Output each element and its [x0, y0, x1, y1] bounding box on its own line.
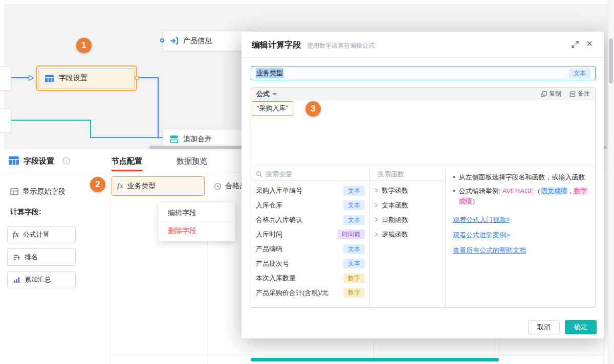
variable-search[interactable] [251, 167, 369, 181]
chevron-right-icon: > [375, 215, 378, 224]
page-vertical-scrollbar[interactable] [609, 38, 613, 83]
variable-item[interactable]: 入库时间 时间戳 [256, 228, 365, 242]
example-paren: （ [534, 187, 541, 195]
type-tag: 数字 [343, 288, 365, 298]
import-arrow-icon [169, 36, 179, 46]
example-function: AVERAGE [502, 187, 534, 195]
edit-calc-field-dialog: 编辑计算字段 使用数学运算符编辑公式 × 业务类型 文本 公式 = 复制 [242, 32, 604, 338]
example-comma: ， [567, 187, 574, 195]
helper-columns: 采购入库单编号 文本 入库仓库 文本 合格品入库确认 文本 入库时间 时间戳 [251, 167, 595, 308]
node-product-info[interactable]: 产品信息 [163, 31, 255, 51]
note-action[interactable]: 备注 [569, 89, 590, 98]
chevron-right-icon: > [375, 201, 378, 210]
variable-item[interactable]: 产品采购价合计(含税)/元 数字 [256, 286, 365, 301]
formula-value-token[interactable]: "采购入库" [252, 101, 293, 116]
function-group-label: 文本函数 [382, 201, 408, 210]
function-group[interactable]: > 文本函数 [375, 198, 441, 213]
info-icon[interactable] [62, 157, 70, 165]
tool-label: 累加汇总 [25, 275, 51, 284]
variable-item[interactable]: 本次入库数量 数字 [256, 271, 365, 286]
function-search[interactable] [370, 167, 445, 181]
help-tip-text: 从左侧面板选择字段名和函数，或输入函数 [459, 172, 585, 183]
connector-line-blue [158, 77, 159, 139]
type-tag: 文本 [343, 186, 365, 196]
tab-node-config[interactable]: 节点配置 [112, 155, 142, 167]
tab-data-preview[interactable]: 数据预览 [177, 155, 207, 167]
variable-name: 合格品入库确认 [256, 215, 302, 224]
variable-name: 采购入库单编号 [256, 186, 302, 195]
formula-editor[interactable]: "采购入库" [251, 100, 595, 167]
example-arg1: 语文成绩 [541, 187, 567, 195]
connector-line-teal [11, 120, 91, 121]
cumulative-sum-button[interactable]: 累加汇总 [7, 271, 76, 288]
variable-item[interactable]: 产品批次号 文本 [256, 257, 365, 271]
chevron-right-icon: > [375, 230, 378, 239]
calc-field-chip-label: 业务类型 [127, 181, 156, 191]
function-group-label: 数学函数 [382, 186, 408, 195]
table-icon [8, 155, 19, 166]
node-label: 产品信息 [183, 36, 212, 46]
variable-item[interactable]: 采购入库单编号 文本 [256, 184, 365, 198]
show-original-fields[interactable]: 显示原始字段 [10, 187, 65, 196]
function-group-label: 逻辑函数 [382, 230, 408, 239]
close-icon[interactable]: × [586, 38, 593, 49]
table-horizontal-scrollbar[interactable] [251, 358, 499, 361]
formula-label: 公式 [256, 89, 270, 99]
bullet-icon: • [453, 172, 455, 183]
expand-icon[interactable] [571, 40, 579, 49]
link-advanced-examples[interactable]: 观看公式进阶案例> [453, 230, 510, 240]
calc-field-chip[interactable]: fx 业务类型 [112, 176, 205, 196]
function-group[interactable]: > 逻辑函数 [375, 228, 441, 242]
search-icon [256, 171, 262, 177]
confirm-button[interactable]: 确定 [565, 320, 597, 334]
variables-column: 采购入库单编号 文本 入库仓库 文本 合格品入库确认 文本 入库时间 时间戳 [251, 167, 370, 308]
variable-item[interactable]: 合格品入库确认 文本 [256, 213, 365, 228]
field-type-tag: 文本 [569, 69, 590, 78]
node-port[interactable] [135, 76, 139, 80]
dialog-subtitle: 使用数学运算符编辑公式 [307, 42, 375, 49]
node-port[interactable] [160, 38, 164, 42]
active-tab-underline [112, 170, 142, 171]
connector-line-blue [139, 77, 159, 78]
offscreen-node[interactable] [0, 66, 11, 90]
help-tip: • 从左侧面板选择字段名和函数，或输入函数 [453, 172, 588, 183]
variable-name: 入库仓库 [256, 201, 282, 210]
input-anchor-icon[interactable] [28, 75, 34, 81]
variable-item[interactable]: 产品编码 文本 [256, 242, 365, 257]
functions-column: > 数学函数 > 文本函数 > 日期函数 > 逻辑函数 [370, 167, 446, 308]
cancel-button[interactable]: 取消 [528, 320, 560, 334]
function-group[interactable]: > 日期函数 [375, 213, 441, 228]
menu-item-edit-field[interactable]: 编辑字段 [159, 204, 235, 222]
offscreen-node[interactable] [0, 108, 11, 132]
function-group-label: 日期函数 [382, 215, 408, 224]
link-help-docs[interactable]: 查看所有公式的帮助文档 [453, 245, 526, 256]
dialog-title: 编辑计算字段 [252, 40, 301, 50]
menu-item-delete-field[interactable]: 删除字段 [159, 222, 235, 239]
copy-action[interactable]: 复制 [541, 89, 561, 98]
step-badge-3: 3 [305, 101, 321, 117]
formula-bar: 公式 = 复制 备注 [251, 88, 595, 100]
function-list: > 数学函数 > 文本函数 > 日期函数 > 逻辑函数 [370, 181, 445, 242]
variable-name: 本次入库数量 [256, 274, 296, 283]
node-field-settings[interactable]: 字段设置 [36, 65, 137, 91]
type-tag: 文本 [343, 215, 365, 225]
field-name-value: 业务类型 [256, 68, 283, 78]
copy-icon [541, 91, 547, 97]
help-column: • 从左侧面板选择字段名和函数，或输入函数 • 公式编辑举例: AVERAGE（… [446, 167, 595, 308]
type-tag: 文本 [343, 200, 365, 210]
function-group[interactable]: > 数学函数 [375, 184, 441, 198]
rank-button[interactable]: 排名 [7, 248, 76, 266]
type-tag: 数字 [343, 274, 365, 283]
formula-calc-button[interactable]: fx 公式计算 [7, 226, 76, 243]
variable-item[interactable]: 入库仓库 文本 [256, 198, 365, 213]
type-tag: 时间戳 [337, 230, 365, 239]
connector-line-teal [90, 137, 163, 138]
formula-container: 公式 = 复制 备注 [251, 87, 596, 308]
step-badge-2: 2 [90, 177, 105, 192]
rank-icon [13, 254, 20, 261]
field-name-input[interactable]: 业务类型 文本 [251, 66, 596, 80]
variable-search-input[interactable] [266, 170, 365, 178]
variable-name: 产品编码 [256, 244, 282, 254]
link-intro-video[interactable]: 观看公式入门视频> [453, 215, 510, 225]
connector-line-teal [90, 120, 91, 138]
